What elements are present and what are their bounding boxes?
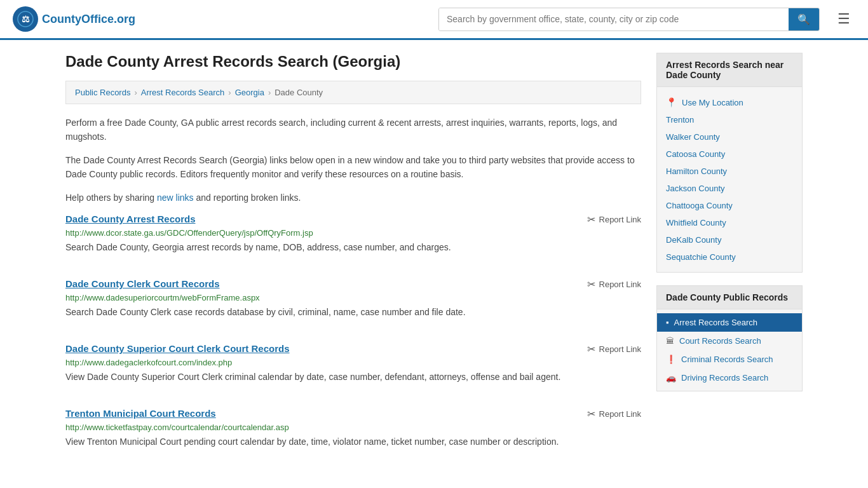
public-records-title: Dade County Public Records (657, 286, 802, 309)
report-link-label-0: Report Link (599, 215, 641, 224)
nearby-link-label-0: Use My Location (682, 98, 743, 107)
record-title-3[interactable]: Trenton Municipal Court Records (65, 408, 216, 419)
nearby-link-9[interactable]: Sequatchie County (657, 248, 802, 266)
record-title-0[interactable]: Dade County Arrest Records (65, 214, 196, 224)
pr-link-label-0: Arrest Records Search (674, 318, 758, 327)
nearby-section: Arrest Records Search near Dade County 📍… (656, 53, 803, 273)
description-3: Help others by sharing new links and rep… (65, 191, 641, 205)
report-icon-1: ✂ (587, 278, 595, 290)
nearby-link-0[interactable]: 📍Use My Location (657, 93, 802, 111)
criminal-icon: ❗ (666, 355, 676, 364)
record-title-2[interactable]: Dade County Superior Court Clerk Court R… (65, 343, 290, 354)
search-input[interactable] (439, 8, 789, 30)
new-links-link[interactable]: new links (157, 193, 194, 203)
nearby-link-label-9: Sequatchie County (666, 252, 736, 262)
logo[interactable]: ⚖ CountyOffice.org (13, 6, 135, 32)
breadcrumb-sep-2: › (228, 88, 231, 97)
nearby-link-label-4: Hamilton County (666, 166, 727, 176)
nearby-link-6[interactable]: Chattooga County (657, 197, 802, 214)
logo-text: CountyOffice.org (42, 13, 135, 26)
breadcrumb-arrest-records[interactable]: Arrest Records Search (141, 88, 225, 97)
breadcrumb: Public Records › Arrest Records Search ›… (65, 81, 641, 104)
report-link-label-1: Report Link (599, 280, 641, 289)
record-item: Dade County Clerk Court Records ✂ Report… (65, 278, 641, 325)
record-description-3: View Trenton Municipal Court pending cou… (65, 435, 641, 449)
nearby-link-1[interactable]: Trenton (657, 111, 802, 128)
description-1: Perform a free Dade County, GA public ar… (65, 116, 641, 144)
main-container: Dade County Arrest Records Search (Georg… (53, 40, 815, 485)
nearby-link-label-8: DeKalb County (666, 235, 721, 245)
records-list: Dade County Arrest Records ✂ Report Link… (65, 214, 641, 455)
breadcrumb-sep-1: › (134, 88, 137, 97)
nearby-link-label-6: Chattooga County (666, 201, 733, 210)
square-icon: ▪ (666, 318, 669, 327)
pr-link-label-1: Court Records Search (679, 336, 761, 346)
svg-text:⚖: ⚖ (22, 14, 30, 24)
nearby-link-2[interactable]: Walker County (657, 128, 802, 146)
report-icon-3: ✂ (587, 408, 595, 420)
search-bar: 🔍 (438, 8, 820, 31)
search-button[interactable]: 🔍 (789, 8, 819, 30)
nearby-link-8[interactable]: DeKalb County (657, 231, 802, 248)
report-link-label-3: Report Link (599, 409, 641, 419)
report-icon-2: ✂ (587, 343, 595, 355)
breadcrumb-dade-county: Dade County (275, 88, 323, 97)
pr-link-3[interactable]: 🚗Driving Records Search (657, 369, 802, 387)
nearby-link-label-2: Walker County (666, 132, 720, 142)
breadcrumb-georgia[interactable]: Georgia (235, 88, 264, 97)
pr-link-label-3: Driving Records Search (681, 373, 768, 383)
nearby-link-4[interactable]: Hamilton County (657, 163, 802, 180)
record-url-3: http://www.ticketfastpay.com/courtcalend… (65, 423, 641, 432)
header: ⚖ CountyOffice.org 🔍 ☰ (0, 0, 868, 40)
nearby-link-label-7: Whitfield County (666, 218, 726, 227)
logo-icon: ⚖ (13, 6, 38, 32)
location-icon: 📍 (666, 97, 677, 107)
nearby-link-label-3: Catoosa County (666, 149, 725, 159)
nearby-title: Arrest Records Search near Dade County (657, 53, 802, 87)
record-url-0: http://www.dcor.state.ga.us/GDC/Offender… (65, 228, 641, 238)
report-link-button-2[interactable]: ✂ Report Link (587, 343, 641, 355)
record-url-1: http://www.dadesuperiorcourtm/webFormFra… (65, 293, 641, 302)
breadcrumb-public-records[interactable]: Public Records (75, 88, 130, 97)
report-link-button-3[interactable]: ✂ Report Link (587, 408, 641, 420)
pr-link-2[interactable]: ❗Criminal Records Search (657, 350, 802, 369)
report-link-button-0[interactable]: ✂ Report Link (587, 214, 641, 226)
record-description-1: Search Dade County Clerk case records da… (65, 306, 641, 319)
record-item: Dade County Superior Court Clerk Court R… (65, 343, 641, 390)
page-title: Dade County Arrest Records Search (Georg… (65, 53, 641, 71)
sidebar: Arrest Records Search near Dade County 📍… (656, 53, 803, 473)
content-area: Dade County Arrest Records Search (Georg… (65, 53, 641, 473)
record-item: Dade County Arrest Records ✂ Report Link… (65, 214, 641, 261)
report-icon-0: ✂ (587, 214, 595, 226)
nearby-link-7[interactable]: Whitfield County (657, 214, 802, 231)
car-icon: 🚗 (666, 373, 676, 383)
pr-link-0[interactable]: ▪Arrest Records Search (657, 313, 802, 332)
breadcrumb-sep-3: › (268, 88, 271, 97)
court-icon: 🏛 (666, 336, 674, 346)
menu-button[interactable]: ☰ (832, 8, 855, 30)
pr-link-1[interactable]: 🏛Court Records Search (657, 332, 802, 350)
description-2: The Dade County Arrest Records Search (G… (65, 153, 641, 182)
nearby-link-label-1: Trenton (666, 115, 694, 125)
public-records-links: ▪Arrest Records Search🏛Court Records Sea… (657, 309, 802, 391)
pr-link-label-2: Criminal Records Search (681, 355, 773, 364)
nearby-link-5[interactable]: Jackson County (657, 180, 802, 197)
record-description-2: View Dade County Superior Court Clerk cr… (65, 370, 641, 384)
public-records-section: Dade County Public Records ▪Arrest Recor… (656, 285, 803, 391)
nearby-link-3[interactable]: Catoosa County (657, 146, 802, 163)
record-item: Trenton Municipal Court Records ✂ Report… (65, 408, 641, 455)
record-title-1[interactable]: Dade County Clerk Court Records (65, 278, 220, 289)
record-description-0: Search Dade County, Georgia arrest recor… (65, 241, 641, 254)
nearby-links: 📍Use My LocationTrentonWalker CountyCato… (657, 87, 802, 272)
record-url-2: http://www.dadegaclerkofcourt.com/index.… (65, 358, 641, 367)
report-link-label-2: Report Link (599, 344, 641, 354)
report-link-button-1[interactable]: ✂ Report Link (587, 278, 641, 290)
nearby-link-label-5: Jackson County (666, 184, 725, 193)
